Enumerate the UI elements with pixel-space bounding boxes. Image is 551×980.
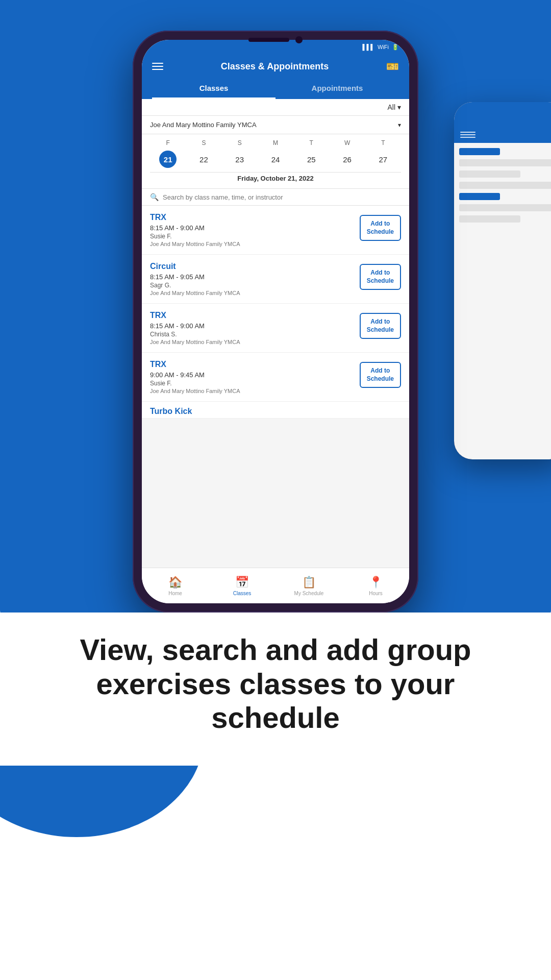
bottom-tagline-section: View, search and add group exercises cla… [0, 612, 551, 766]
classes-icon: 📅 [235, 576, 249, 589]
calendar-date-26[interactable]: 26 [339, 151, 356, 168]
search-bar: 🔍 [142, 189, 409, 206]
search-input[interactable] [163, 193, 401, 201]
location-chevron-icon: ▾ [398, 121, 401, 129]
class-instructor-4: Susie F. [150, 380, 354, 387]
calendar-date-22[interactable]: 22 [195, 151, 212, 168]
location-bar[interactable]: Joe And Mary Mottino Family YMCA ▾ [142, 116, 409, 134]
class-item-4: TRX 9:00 AM - 9:45 AM Susie F. Joe And M… [142, 353, 409, 402]
class-instructor-1: Susie F. [150, 233, 354, 240]
tab-classes[interactable]: Classes [152, 79, 276, 99]
filter-bar: All ▾ [142, 99, 409, 116]
class-time-2: 8:15 AM - 9:05 AM [150, 273, 354, 281]
class-name-4: TRX [150, 360, 354, 369]
nav-item-my-schedule[interactable]: 📋 My Schedule [276, 568, 342, 603]
hamburger-menu-button[interactable] [152, 63, 163, 70]
class-location-1: Joe And Mary Mottino Family YMCA [150, 241, 354, 247]
nav-item-classes[interactable]: 📅 Classes [209, 568, 276, 603]
calendar-section: F S S M T W T 21 22 23 24 [142, 134, 409, 189]
class-location-4: Joe And Mary Mottino Family YMCA [150, 388, 354, 394]
class-info-2: Circuit 8:15 AM - 9:05 AM Sagr G. Joe An… [150, 262, 354, 296]
calendar-date-27[interactable]: 27 [374, 151, 392, 168]
class-time-3: 8:15 AM - 9:00 AM [150, 322, 354, 330]
hamburger-line-3 [152, 69, 163, 70]
partial-class-name: Turbo Kick [150, 407, 401, 416]
phone-shell: ▌▌▌ WiFi 🔋 Classes & Appointments 🎫 [133, 31, 418, 612]
class-info-4: TRX 9:00 AM - 9:45 AM Susie F. Joe And M… [150, 360, 354, 394]
my-schedule-icon: 📋 [302, 576, 316, 589]
add-to-schedule-button-4[interactable]: Add toSchedule [360, 362, 401, 388]
day-letter-4: T [303, 139, 320, 146]
phone-wrapper: ▌▌▌ WiFi 🔋 Classes & Appointments 🎫 [0, 0, 551, 612]
class-instructor-2: Sagr G. [150, 282, 354, 289]
home-icon: 🏠 [168, 576, 182, 589]
class-instructor-3: Christa S. [150, 331, 354, 338]
calendar-date-23[interactable]: 23 [231, 151, 248, 168]
tabs-bar: Classes Appointments [142, 79, 409, 99]
calendar-date-25[interactable]: 25 [303, 151, 320, 168]
class-item-1: TRX 8:15 AM - 9:00 AM Susie F. Joe And M… [142, 206, 409, 255]
phone-speaker [248, 38, 289, 42]
selected-date-label: Friday, October 21, 2022 [150, 172, 401, 183]
class-name-3: TRX [150, 311, 354, 320]
phone-camera [295, 36, 303, 43]
calendar-days-header: F S S M T W T [150, 139, 401, 146]
calendar-date-24[interactable]: 24 [267, 151, 284, 168]
tab-appointments[interactable]: Appointments [276, 79, 399, 99]
nav-label-hours: Hours [369, 591, 383, 596]
ticket-icon[interactable]: 🎫 [386, 60, 399, 72]
calendar-dates: 21 22 23 24 25 26 27 [150, 151, 401, 168]
content-area[interactable]: All ▾ Joe And Mary Mottino Family YMCA ▾… [142, 99, 409, 568]
day-letter-2: S [231, 139, 248, 146]
hours-icon: 📍 [369, 576, 383, 589]
nav-label-home: Home [168, 591, 182, 596]
class-info-3: TRX 8:15 AM - 9:00 AM Christa S. Joe And… [150, 311, 354, 345]
phone-top-bar [133, 31, 418, 49]
day-letter-5: W [339, 139, 356, 146]
phone-screen: ▌▌▌ WiFi 🔋 Classes & Appointments 🎫 [142, 40, 409, 603]
hamburger-line-2 [152, 66, 163, 67]
nav-item-hours[interactable]: 📍 Hours [342, 568, 409, 603]
location-text: Joe And Mary Mottino Family YMCA [150, 121, 257, 129]
bottom-nav: 🏠 Home 📅 Classes 📋 My Schedule 📍 Hours [142, 568, 409, 603]
day-letter-3: M [267, 139, 284, 146]
tagline-text: View, search and add group exercises cla… [31, 633, 520, 735]
day-letter-1: S [195, 139, 212, 146]
add-to-schedule-button-2[interactable]: Add toSchedule [360, 264, 401, 290]
app-header: Classes & Appointments 🎫 [142, 54, 409, 79]
add-to-schedule-button-1[interactable]: Add toSchedule [360, 215, 401, 241]
add-to-schedule-button-3[interactable]: Add toSchedule [360, 313, 401, 339]
class-item-2: Circuit 8:15 AM - 9:05 AM Sagr G. Joe An… [142, 255, 409, 304]
main-container: ▌▌▌ WiFi 🔋 Classes & Appointments 🎫 [0, 0, 551, 980]
header-title: Classes & Appointments [221, 61, 329, 72]
calendar-date-21[interactable]: 21 [159, 151, 177, 168]
class-info-1: TRX 8:15 AM - 9:00 AM Susie F. Joe And M… [150, 213, 354, 247]
nav-item-home[interactable]: 🏠 Home [142, 568, 209, 603]
class-time-4: 9:00 AM - 9:45 AM [150, 371, 354, 379]
class-item-3: TRX 8:15 AM - 9:00 AM Christa S. Joe And… [142, 304, 409, 353]
nav-label-my-schedule: My Schedule [294, 591, 324, 596]
class-name-1: TRX [150, 213, 354, 222]
search-icon: 🔍 [150, 193, 159, 201]
nav-label-classes: Classes [233, 591, 252, 596]
class-name-2: Circuit [150, 262, 354, 271]
partial-class-item: Turbo Kick [142, 402, 409, 419]
class-location-3: Joe And Mary Mottino Family YMCA [150, 339, 354, 345]
hamburger-line-1 [152, 63, 163, 64]
filter-chevron: ▾ [397, 103, 401, 111]
class-list: TRX 8:15 AM - 9:00 AM Susie F. Joe And M… [142, 206, 409, 419]
day-letter-6: T [374, 139, 392, 146]
filter-dropdown[interactable]: All ▾ [387, 103, 401, 111]
class-time-1: 8:15 AM - 9:00 AM [150, 224, 354, 232]
day-letter-0: F [159, 139, 177, 146]
filter-label: All [387, 103, 395, 111]
class-location-2: Joe And Mary Mottino Family YMCA [150, 290, 354, 296]
